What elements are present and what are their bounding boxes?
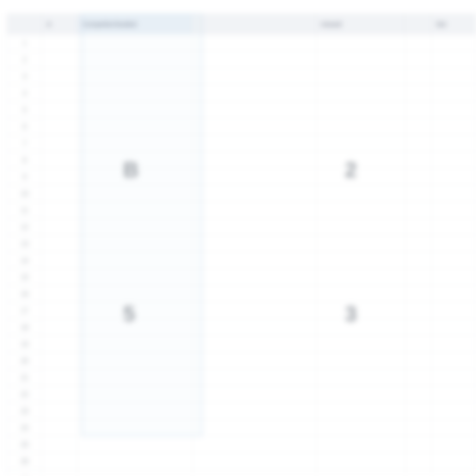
cell[interactable] — [193, 269, 317, 285]
cell[interactable] — [78, 419, 192, 436]
cell[interactable] — [317, 319, 405, 336]
cell[interactable] — [405, 252, 432, 269]
cell[interactable] — [317, 68, 405, 85]
cell[interactable] — [317, 218, 405, 235]
cell[interactable] — [432, 336, 476, 352]
cell[interactable] — [432, 202, 476, 218]
cell[interactable] — [78, 252, 192, 269]
row-header[interactable]: 11 — [7, 202, 42, 218]
row-header[interactable]: 18 — [7, 319, 42, 336]
cell[interactable] — [432, 453, 476, 469]
cell[interactable] — [317, 152, 405, 168]
cell[interactable] — [78, 469, 192, 476]
cell[interactable] — [432, 218, 476, 235]
cell[interactable] — [317, 135, 405, 152]
cell[interactable] — [432, 168, 476, 185]
cell[interactable] — [193, 101, 317, 118]
cell[interactable] — [42, 285, 78, 302]
cell[interactable] — [78, 152, 192, 168]
cell[interactable] — [405, 469, 432, 476]
cell[interactable] — [432, 419, 476, 436]
cell[interactable] — [432, 302, 476, 319]
cell[interactable] — [405, 285, 432, 302]
row-header[interactable]: 13 — [7, 235, 42, 252]
cell[interactable] — [432, 386, 476, 403]
cell[interactable] — [432, 436, 476, 453]
cell[interactable] — [405, 152, 432, 168]
cell[interactable] — [193, 235, 317, 252]
cell[interactable] — [78, 235, 192, 252]
row-header[interactable]: 22 — [7, 386, 42, 403]
cell[interactable] — [317, 202, 405, 218]
cell[interactable] — [42, 85, 78, 101]
cell[interactable] — [405, 436, 432, 453]
cell[interactable] — [78, 352, 192, 369]
column-header-A[interactable]: A — [42, 14, 78, 34]
cell[interactable] — [405, 202, 432, 218]
cell[interactable] — [193, 51, 317, 68]
cell[interactable] — [432, 185, 476, 202]
cell[interactable] — [42, 101, 78, 118]
cell[interactable] — [405, 185, 432, 202]
cell[interactable] — [405, 403, 432, 419]
cell[interactable] — [317, 118, 405, 135]
cell[interactable] — [317, 185, 405, 202]
cell[interactable] — [78, 336, 192, 352]
cell[interactable] — [432, 118, 476, 135]
row-header[interactable]: 27 — [7, 469, 42, 476]
cell[interactable] — [432, 252, 476, 269]
cell[interactable] — [317, 235, 405, 252]
cell[interactable] — [78, 369, 192, 386]
cell[interactable] — [78, 51, 192, 68]
cell[interactable] — [42, 336, 78, 352]
cell[interactable] — [405, 419, 432, 436]
row-header[interactable]: 5 — [7, 101, 42, 118]
cell[interactable] — [317, 352, 405, 369]
row-header[interactable]: 19 — [7, 336, 42, 352]
cell[interactable] — [78, 185, 192, 202]
cell[interactable] — [78, 319, 192, 336]
cell[interactable] — [193, 352, 317, 369]
cell[interactable] — [42, 436, 78, 453]
cell[interactable] — [432, 403, 476, 419]
cell[interactable] — [317, 419, 405, 436]
cell[interactable] — [432, 51, 476, 68]
cell[interactable] — [405, 168, 432, 185]
cell[interactable] — [42, 118, 78, 135]
cell[interactable] — [317, 469, 405, 476]
cell[interactable] — [405, 51, 432, 68]
cell[interactable] — [78, 302, 192, 319]
cell[interactable] — [193, 302, 317, 319]
column-header-D[interactable]: Set — [431, 14, 476, 34]
cell[interactable] — [78, 202, 192, 218]
spreadsheet[interactable]: ACompetitorStudiedmissedSet 123456789101… — [7, 14, 476, 476]
cell[interactable] — [193, 369, 317, 386]
row-header[interactable]: 1 — [7, 34, 42, 51]
cell[interactable] — [405, 269, 432, 285]
cell[interactable] — [78, 135, 192, 152]
cell[interactable] — [193, 336, 317, 352]
cell[interactable] — [42, 386, 78, 403]
cell[interactable] — [42, 152, 78, 168]
cell[interactable] — [42, 135, 78, 152]
column-header-gap2[interactable] — [404, 14, 431, 34]
cell[interactable] — [42, 419, 78, 436]
cell[interactable] — [42, 185, 78, 202]
cell[interactable] — [78, 101, 192, 118]
column-header-C[interactable]: missed — [316, 14, 404, 34]
cell[interactable] — [42, 369, 78, 386]
cell[interactable] — [317, 436, 405, 453]
row-header[interactable]: 4 — [7, 85, 42, 101]
cell[interactable] — [193, 34, 317, 51]
cell[interactable] — [432, 369, 476, 386]
cell[interactable] — [432, 68, 476, 85]
cell[interactable] — [42, 319, 78, 336]
cell[interactable] — [193, 419, 317, 436]
cell[interactable] — [317, 269, 405, 285]
cell[interactable] — [193, 285, 317, 302]
cell[interactable] — [78, 436, 192, 453]
cell[interactable] — [193, 185, 317, 202]
cell[interactable] — [405, 352, 432, 369]
cell[interactable] — [405, 319, 432, 336]
cell[interactable] — [42, 302, 78, 319]
